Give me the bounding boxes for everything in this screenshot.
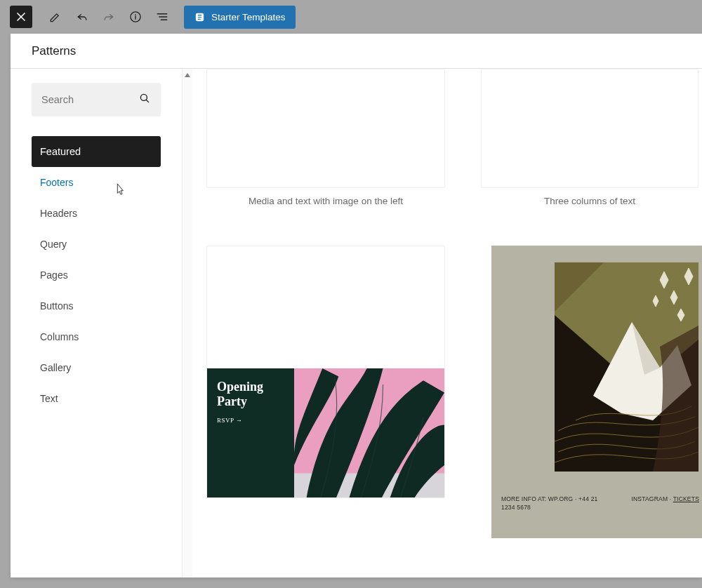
category-label: Query	[40, 239, 67, 250]
starter-templates-label: Starter Templates	[211, 12, 286, 22]
pattern-preview[interactable]: MORE INFO AT: WP.ORG · +44 21 1234 5678 …	[491, 246, 702, 538]
pattern-thumbnail	[481, 69, 698, 188]
list-view-icon	[155, 10, 169, 24]
scroll-indicator[interactable]	[183, 69, 192, 577]
pattern-preview[interactable]: OpeningParty RSVP →	[206, 246, 445, 538]
pattern-preview[interactable]: Three columns of text	[477, 69, 702, 206]
patterns-panel: Patterns Featured Footers Headers Query …	[11, 34, 702, 577]
art-image	[555, 262, 698, 472]
search-input[interactable]	[41, 94, 126, 105]
info-button[interactable]	[124, 5, 147, 29]
pattern-preview[interactable]: Media and text with image on the left	[206, 69, 445, 206]
svg-point-1	[135, 14, 136, 15]
category-label: Headers	[40, 208, 77, 219]
category-headers[interactable]: Headers	[32, 198, 161, 229]
art-footer: MORE INFO AT: WP.ORG · +44 21 1234 5678 …	[501, 495, 699, 512]
pencil-icon	[48, 10, 62, 24]
pattern-caption: Three columns of text	[477, 196, 702, 206]
patterns-sidebar: Featured Footers Headers Query Pages But…	[11, 69, 183, 577]
art-info-right: INSTAGRAM · TICKETS	[631, 495, 699, 502]
category-pages[interactable]: Pages	[32, 260, 161, 290]
close-button[interactable]	[10, 6, 32, 28]
separator: ·	[668, 495, 673, 502]
redo-button[interactable]	[97, 5, 121, 29]
pattern-thumbnail: OpeningParty RSVP →	[206, 246, 445, 498]
close-icon	[14, 10, 28, 24]
category-label: Buttons	[40, 300, 73, 312]
category-query[interactable]: Query	[32, 229, 161, 260]
undo-icon	[75, 10, 89, 24]
panel-body: Featured Footers Headers Query Pages But…	[11, 69, 702, 577]
list-view-button[interactable]	[150, 5, 174, 29]
search-field-wrap[interactable]	[32, 83, 161, 116]
category-buttons[interactable]: Buttons	[32, 290, 161, 321]
category-text[interactable]: Text	[32, 383, 161, 414]
party-rsvp: RSVP →	[217, 417, 284, 424]
category-columns[interactable]: Columns	[32, 321, 161, 352]
pattern-thumbnail	[206, 69, 445, 188]
redo-icon	[102, 10, 116, 24]
category-label: Text	[40, 393, 58, 404]
patterns-gallery: Media and text with image on the left Th…	[192, 69, 702, 577]
pattern-thumbnail: MORE INFO AT: WP.ORG · +44 21 1234 5678 …	[491, 246, 702, 538]
pattern-caption: Media and text with image on the left	[206, 196, 445, 206]
search-icon	[138, 92, 151, 107]
category-label: Footers	[40, 177, 73, 188]
starter-templates-button[interactable]: Starter Templates	[184, 6, 296, 29]
party-text-panel: OpeningParty RSVP →	[207, 368, 294, 497]
category-label: Gallery	[40, 362, 71, 373]
art-link-instagram: INSTAGRAM	[631, 495, 668, 502]
info-icon	[128, 10, 143, 24]
party-title: Party	[217, 394, 247, 408]
category-featured[interactable]: Featured	[32, 136, 161, 167]
category-label: Pages	[40, 269, 68, 281]
undo-button[interactable]	[70, 5, 94, 29]
editor-toolbar: Starter Templates	[0, 0, 702, 34]
party-image	[294, 368, 444, 497]
edit-button[interactable]	[44, 5, 67, 29]
art-link-tickets[interactable]: TICKETS	[673, 495, 699, 502]
art-info-left: MORE INFO AT: WP.ORG · +44 21 1234 5678	[501, 495, 607, 512]
party-title: Opening	[217, 380, 263, 394]
category-gallery[interactable]: Gallery	[32, 352, 161, 383]
category-label: Columns	[40, 331, 79, 342]
panel-title: Patterns	[11, 34, 702, 69]
category-label: Featured	[40, 146, 81, 157]
category-footers[interactable]: Footers	[32, 167, 161, 198]
template-icon	[194, 11, 206, 23]
